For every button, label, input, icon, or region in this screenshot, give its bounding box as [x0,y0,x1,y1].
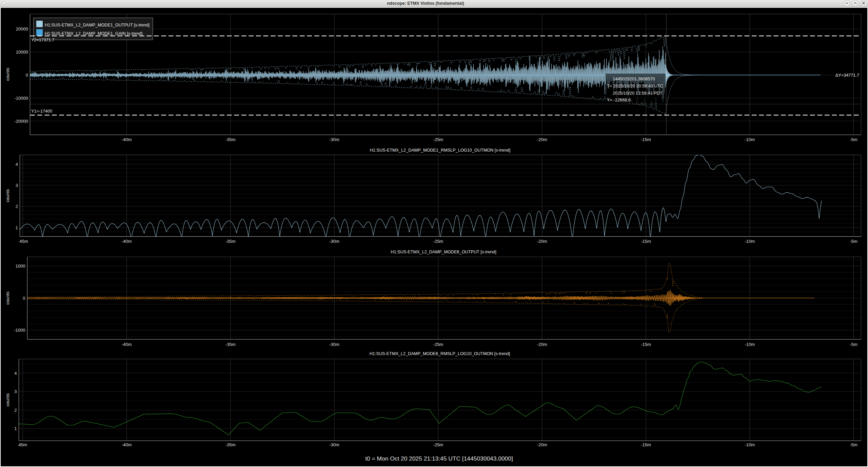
svg-text:counts: counts [5,189,10,202]
svg-text:-5m: -5m [850,239,857,244]
svg-text:-25m: -25m [433,137,443,142]
svg-text:ndscope: ETMX Violins (fundame: ndscope: ETMX Violins (fundamental) [387,1,464,6]
svg-text:-10m: -10m [745,442,755,447]
svg-text:1: 1 [14,426,17,431]
svg-text:-40m: -40m [122,342,132,347]
svg-text:-20m: -20m [537,239,547,244]
svg-text:-25m: -25m [433,239,443,244]
svg-text:-10m: -10m [745,342,755,347]
svg-text:-40m: -40m [122,442,132,447]
svg-text:t0 = Mon Oct 20 2025 21:13:45: t0 = Mon Oct 20 2025 21:13:45 UTC [14450… [365,455,513,462]
svg-text:-15m: -15m [641,342,651,347]
svg-text:4: 4 [16,162,18,167]
svg-text:-10m: -10m [745,137,755,142]
svg-text:-30m: -30m [329,342,339,347]
svg-text:-10m: -10m [745,239,755,244]
svg-text:H1:SUS-ETMX_L2_DAMP_MODE1_RMSL: H1:SUS-ETMX_L2_DAMP_MODE1_RMSLP_LOG10_OU… [370,148,511,153]
svg-text:-20000: -20000 [15,119,28,124]
svg-text:counts: counts [5,67,10,81]
svg-text:-35m: -35m [225,442,236,447]
svg-text:counts: counts [5,393,10,406]
svg-text:-40m: -40m [122,239,132,244]
svg-text:-5m: -5m [850,442,857,447]
svg-text:-15m: -15m [641,442,651,447]
svg-text:Y1=-17400: Y1=-17400 [31,109,52,114]
svg-text:-25m: -25m [433,442,443,447]
svg-text:-10000: -10000 [15,96,28,101]
svg-text:-5m: -5m [850,342,857,347]
svg-text:0: 0 [23,296,25,301]
svg-text:-15m: -15m [641,137,651,142]
svg-text:-40m: -40m [122,137,132,142]
svg-text:0: 0 [26,73,28,78]
svg-text:-5m: -5m [850,137,857,142]
svg-text:Y= -12668.6: Y= -12668.6 [607,97,631,102]
svg-text:-35m: -35m [225,137,236,142]
svg-text:counts: counts [5,291,10,305]
svg-text:ΔY=34771.7: ΔY=34771.7 [835,73,859,78]
svg-text:2: 2 [14,408,17,413]
svg-text:-35m: -35m [225,239,236,244]
svg-text:-30m: -30m [329,442,339,447]
svg-text:-30m: -30m [329,239,339,244]
svg-text:10000: 10000 [16,50,28,55]
svg-text:H1:SUS-ETMX_L2_DAMP_MODE1_OUTP: H1:SUS-ETMX_L2_DAMP_MODE1_OUTPUT [s-tren… [45,23,150,27]
svg-text:-25m: -25m [433,342,443,347]
svg-text:45m: 45m [18,442,27,447]
svg-text:1000: 1000 [16,264,25,269]
svg-text:H1:SUS-ETMX_L2_DAMP_MODE6_OUTP: H1:SUS-ETMX_L2_DAMP_MODE6_OUTPUT [s-tren… [391,250,496,254]
svg-text:20000: 20000 [16,26,28,32]
svg-text:H1:SUS-ETMX_L2_DAMP_MODE1_GAIN: H1:SUS-ETMX_L2_DAMP_MODE1_GAIN [s-trend] [45,31,142,36]
svg-text:1445029201.3608570: 1445029201.3608570 [613,76,655,81]
svg-text:-20m: -20m [537,342,547,347]
svg-text:3: 3 [16,183,18,188]
svg-text:-20m: -20m [537,137,547,142]
svg-text:H1:SUS-ETMX_L2_DAMP_MODE6_RMSL: H1:SUS-ETMX_L2_DAMP_MODE6_RMSLP_LOG10_OU… [370,351,510,356]
svg-text:45m: 45m [19,239,28,244]
svg-text:3: 3 [14,389,17,394]
svg-text:T= 2025/10/20 20:59:43 UTC: T= 2025/10/20 20:59:43 UTC [607,83,663,89]
svg-text:Y2=17371.7: Y2=17371.7 [31,38,54,42]
svg-text:4: 4 [14,371,17,376]
svg-text:-1000: -1000 [14,328,25,333]
svg-text:1: 1 [16,225,18,230]
svg-text:-35m: -35m [225,342,236,347]
svg-text:-15m: -15m [641,239,651,244]
svg-text:2: 2 [16,204,18,209]
svg-text:-20m: -20m [537,442,547,447]
svg-text:2025/10/20 13:59:43 PDT: 2025/10/20 13:59:43 PDT [613,91,663,96]
svg-text:-30m: -30m [329,137,339,142]
